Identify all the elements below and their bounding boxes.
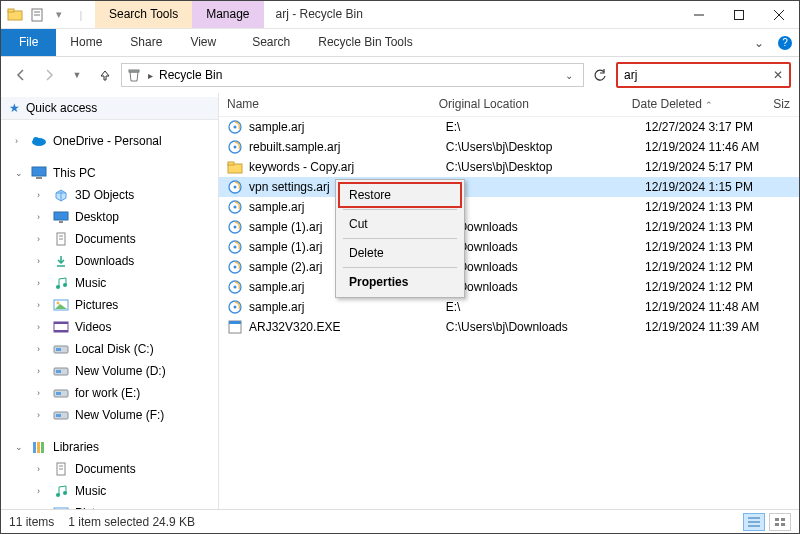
- file-row[interactable]: ARJ32V320.EXEC:\Users\bj\Downloads12/19/…: [219, 317, 799, 337]
- nav-item[interactable]: ›New Volume (D:): [1, 360, 218, 382]
- nav-item[interactable]: ›Pictures: [1, 294, 218, 316]
- contextual-tab-search: Search Tools: [95, 1, 192, 28]
- nav-item-label: Documents: [75, 232, 136, 246]
- expand-icon[interactable]: ›: [37, 256, 47, 266]
- nav-item[interactable]: ›Downloads: [1, 250, 218, 272]
- tab-recycle-bin-tools[interactable]: Recycle Bin Tools: [304, 29, 427, 56]
- file-row[interactable]: sample (1).arj bj\Downloads12/19/2024 1:…: [219, 237, 799, 257]
- svg-point-11: [33, 137, 39, 143]
- navigation-pane[interactable]: ★ Quick access › OneDrive - Personal ⌄ T…: [1, 93, 219, 511]
- menu-cut[interactable]: Cut: [339, 212, 461, 236]
- file-row[interactable]: sample.arjE:\12/19/2024 11:48 AM: [219, 297, 799, 317]
- file-row[interactable]: sample.arjE:\12/27/2024 3:17 PM: [219, 117, 799, 137]
- minimize-button[interactable]: [679, 1, 719, 28]
- file-row[interactable]: sample.arj bj\Downloads12/19/2024 1:12 P…: [219, 277, 799, 297]
- nav-item[interactable]: ›Music: [1, 272, 218, 294]
- nav-onedrive[interactable]: › OneDrive - Personal: [1, 130, 218, 152]
- ribbon-expand-icon[interactable]: ⌄: [747, 29, 771, 56]
- menu-properties[interactable]: Properties: [339, 270, 461, 294]
- nav-libraries[interactable]: ⌄ Libraries: [1, 436, 218, 458]
- expand-icon[interactable]: ›: [37, 322, 47, 332]
- svg-point-21: [63, 283, 67, 287]
- tab-share[interactable]: Share: [116, 29, 176, 56]
- search-box[interactable]: arj ✕: [616, 62, 791, 88]
- expand-icon[interactable]: ›: [37, 300, 47, 310]
- svg-rect-1: [8, 9, 14, 12]
- expand-icon[interactable]: ›: [37, 234, 47, 244]
- svg-rect-69: [229, 321, 241, 324]
- file-row[interactable]: keywords - Copy.arjC:\Users\bj\Desktop12…: [219, 157, 799, 177]
- file-date-deleted: 12/19/2024 1:15 PM: [637, 180, 783, 194]
- clear-search-icon[interactable]: ✕: [773, 68, 783, 82]
- file-row[interactable]: rebuilt.sample.arjC:\Users\bj\Desktop12/…: [219, 137, 799, 157]
- star-icon: ★: [9, 101, 20, 115]
- nav-label: Libraries: [53, 440, 99, 454]
- menu-delete[interactable]: Delete: [339, 241, 461, 265]
- close-button[interactable]: [759, 1, 799, 28]
- address-dropdown-icon[interactable]: ⌄: [559, 70, 579, 81]
- back-button[interactable]: [9, 63, 33, 87]
- nav-this-pc[interactable]: ⌄ This PC: [1, 162, 218, 184]
- refresh-button[interactable]: [588, 63, 612, 87]
- column-name[interactable]: Name: [219, 93, 431, 116]
- file-icon: [227, 139, 243, 155]
- expand-icon[interactable]: ›: [37, 366, 47, 376]
- up-button[interactable]: [93, 63, 117, 87]
- recent-locations-button[interactable]: ▼: [65, 63, 89, 87]
- help-button[interactable]: ?: [771, 29, 799, 56]
- file-row[interactable]: sample (2).arj bj\Downloads12/19/2024 1:…: [219, 257, 799, 277]
- nav-item[interactable]: ›3D Objects: [1, 184, 218, 206]
- view-large-icons-button[interactable]: [769, 513, 791, 531]
- expand-icon[interactable]: ›: [37, 190, 47, 200]
- nav-item-label: Music: [75, 484, 106, 498]
- properties-icon[interactable]: [29, 7, 45, 23]
- nav-item[interactable]: ›Local Disk (C:): [1, 338, 218, 360]
- file-original-location: bj\Downloads: [438, 260, 637, 274]
- file-row[interactable]: sample (1).arj bj\Downloads12/19/2024 1:…: [219, 217, 799, 237]
- expand-icon[interactable]: ›: [37, 388, 47, 398]
- expand-icon[interactable]: ›: [37, 278, 47, 288]
- file-row[interactable]: sample.arj12/19/2024 1:13 PM: [219, 197, 799, 217]
- tab-file[interactable]: File: [1, 29, 56, 56]
- expand-icon[interactable]: ›: [37, 344, 47, 354]
- breadcrumb-location[interactable]: Recycle Bin: [155, 68, 226, 82]
- nav-item[interactable]: ›Documents: [1, 228, 218, 250]
- collapse-icon[interactable]: ⌄: [15, 168, 25, 178]
- file-rows[interactable]: sample.arjE:\12/27/2024 3:17 PMrebuilt.s…: [219, 117, 799, 337]
- nav-item-label: Pictures: [75, 298, 118, 312]
- collapse-icon[interactable]: ⌄: [15, 442, 25, 452]
- nav-item[interactable]: ›New Volume (F:): [1, 404, 218, 426]
- forward-button[interactable]: [37, 63, 61, 87]
- view-details-button[interactable]: [743, 513, 765, 531]
- menu-restore[interactable]: Restore: [339, 183, 461, 207]
- expand-icon[interactable]: ›: [37, 410, 47, 420]
- tab-home[interactable]: Home: [56, 29, 116, 56]
- svg-rect-76: [781, 523, 785, 526]
- status-bar: 11 items 1 item selected 24.9 KB: [1, 509, 799, 533]
- nav-item-label: New Volume (D:): [75, 364, 166, 378]
- nav-item[interactable]: ›Music: [1, 480, 218, 502]
- column-size[interactable]: Siz: [765, 93, 799, 116]
- file-name: sample (2).arj: [249, 260, 322, 274]
- qat-dropdown-icon[interactable]: ▾: [51, 7, 67, 23]
- column-original-location[interactable]: Original Location: [431, 93, 624, 116]
- expand-icon[interactable]: ›: [15, 136, 25, 146]
- maximize-button[interactable]: [719, 1, 759, 28]
- expand-icon[interactable]: ›: [37, 464, 47, 474]
- file-original-location: E:\: [438, 300, 637, 314]
- column-date-deleted[interactable]: Date Deleted ⌃: [624, 93, 766, 116]
- svg-point-57: [234, 206, 237, 209]
- expand-icon[interactable]: ›: [37, 486, 47, 496]
- file-row[interactable]: vpn settings.arjE:\12/19/2024 1:15 PM: [219, 177, 799, 197]
- nav-item[interactable]: ›for work (E:): [1, 382, 218, 404]
- nav-item[interactable]: ›Documents: [1, 458, 218, 480]
- expand-icon[interactable]: ›: [37, 212, 47, 222]
- tab-search[interactable]: Search: [238, 29, 304, 56]
- search-query[interactable]: arj: [624, 68, 773, 82]
- breadcrumb-chevron-icon[interactable]: ▸: [146, 70, 155, 81]
- quick-access-header[interactable]: ★ Quick access: [1, 97, 218, 120]
- address-bar[interactable]: ▸ Recycle Bin ⌄: [121, 63, 584, 87]
- nav-item[interactable]: ›Videos: [1, 316, 218, 338]
- tab-view[interactable]: View: [176, 29, 230, 56]
- nav-item[interactable]: ›Desktop: [1, 206, 218, 228]
